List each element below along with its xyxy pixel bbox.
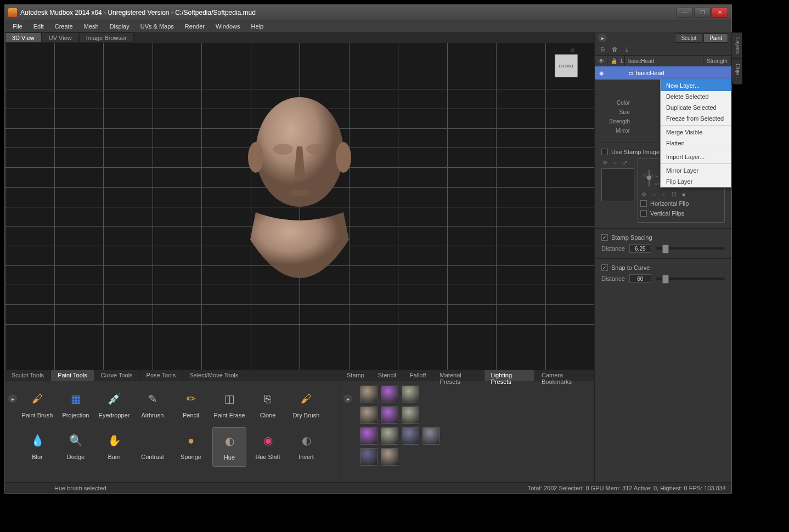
- minimize-button[interactable]: —: [677, 8, 693, 18]
- lock-col-icon[interactable]: 🔒: [607, 56, 617, 66]
- view-tab-image-browser[interactable]: Image Browser: [79, 32, 134, 43]
- menu-display[interactable]: Display: [104, 21, 135, 31]
- menu-file[interactable]: File: [7, 21, 28, 31]
- tool-hue-shift[interactable]: ◉Hue Shift: [251, 427, 285, 467]
- side-tab-layers[interactable]: Layers: [731, 32, 742, 59]
- mode-sculpt-button[interactable]: Sculpt: [675, 33, 702, 43]
- tool-sponge[interactable]: ●Sponge: [174, 427, 208, 467]
- lighting-preset-thumb[interactable]: [402, 427, 419, 445]
- tool-projection[interactable]: ▦Projection: [59, 386, 93, 425]
- preset-tab-stencil[interactable]: Stencil: [371, 370, 403, 381]
- tool-paint-brush[interactable]: 🖌Paint Brush: [20, 386, 54, 425]
- lighting-preset-thumb[interactable]: [402, 386, 419, 403]
- preset-tab-falloff[interactable]: Falloff: [403, 370, 433, 381]
- tool-airbrush[interactable]: ✎Airbrush: [136, 386, 170, 425]
- tool-tab-sculpt-tools[interactable]: Sculpt Tools: [5, 370, 51, 381]
- viewcube-home-icon[interactable]: ⌂: [571, 46, 574, 53]
- stamp-spacing-checkbox[interactable]: ✓: [601, 234, 608, 241]
- tool-eyedropper[interactable]: 💉Eyedropper: [97, 386, 131, 425]
- preset-tab-lighting-presets[interactable]: Lighting Presets: [484, 370, 535, 381]
- viewport-3d[interactable]: ⌂ FRONT: [5, 43, 594, 370]
- mode-paint-button[interactable]: Paint: [703, 33, 728, 43]
- model-basichead[interactable]: [223, 86, 376, 305]
- tool-burn[interactable]: ✋Burn: [97, 427, 131, 467]
- menu-mesh[interactable]: Mesh: [78, 21, 104, 31]
- delete-layer-icon[interactable]: 🗑: [610, 45, 619, 54]
- spacing-distance-input[interactable]: [629, 244, 651, 253]
- lighting-preset-thumb[interactable]: [381, 427, 398, 445]
- layer-name-col[interactable]: basicHead: [625, 56, 703, 66]
- expand-presets-icon[interactable]: ▸: [343, 394, 352, 403]
- spacing-slider[interactable]: [656, 247, 725, 250]
- tool-tab-pose-tools[interactable]: Pose Tools: [140, 370, 183, 381]
- op-export-icon[interactable]: ☐: [670, 190, 678, 198]
- tool-pencil[interactable]: ✏Pencil: [174, 386, 208, 425]
- op-updown-icon[interactable]: ↕: [660, 190, 668, 198]
- tool-blur[interactable]: 💧Blur: [20, 427, 54, 467]
- layer-strength-col[interactable]: Strength: [703, 56, 731, 66]
- vflip-checkbox[interactable]: [640, 210, 647, 217]
- ctx-duplicate-selected[interactable]: Duplicate Selected: [661, 102, 731, 113]
- tool-dry-brush[interactable]: 🖌Dry Brush: [289, 386, 323, 425]
- tool-dodge[interactable]: 🔍Dodge: [59, 427, 93, 467]
- lighting-preset-thumb[interactable]: [381, 386, 398, 403]
- titlebar[interactable]: Autodesk Mudbox 2014 x64 - Unregistered …: [5, 5, 731, 20]
- layer-col-l[interactable]: L: [617, 56, 625, 66]
- stamp-preview[interactable]: [601, 168, 634, 201]
- stamp-rotate-icon[interactable]: ⟳: [601, 159, 609, 166]
- snap-curve-checkbox[interactable]: ✓: [601, 264, 608, 271]
- lighting-preset-thumb[interactable]: [402, 406, 419, 424]
- preset-tab-material-presets[interactable]: Material Presets: [433, 370, 484, 381]
- tool-tab-curve-tools[interactable]: Curve Tools: [94, 370, 140, 381]
- new-layer-icon[interactable]: ⎘: [598, 45, 607, 54]
- tool-tab-paint-tools[interactable]: Paint Tools: [51, 370, 94, 381]
- lighting-preset-thumb[interactable]: [360, 427, 377, 445]
- ctx-delete-selected[interactable]: Delete Selected: [661, 91, 731, 102]
- tool-tab-select-move-tools[interactable]: Select/Move Tools: [183, 370, 245, 381]
- menu-edit[interactable]: Edit: [28, 21, 49, 31]
- maximize-button[interactable]: ☐: [694, 8, 711, 18]
- tool-paint-erase[interactable]: ◫Paint Erase: [212, 386, 246, 425]
- viewcube[interactable]: FRONT: [555, 54, 578, 77]
- tool-hue[interactable]: ◐Hue: [212, 427, 246, 467]
- lighting-preset-thumb[interactable]: [360, 406, 377, 424]
- visibility-col-icon[interactable]: 👁: [595, 56, 607, 66]
- tool-clone[interactable]: ⎘Clone: [251, 386, 285, 425]
- stamp-move-icon[interactable]: ↔: [611, 159, 619, 166]
- export-layer-icon[interactable]: ⤓: [622, 45, 631, 54]
- ctx-flip-layer[interactable]: Flip Layer: [661, 176, 731, 187]
- menu-uvs-maps[interactable]: UVs & Maps: [135, 21, 179, 31]
- menu-create[interactable]: Create: [49, 21, 78, 31]
- hflip-checkbox[interactable]: [640, 200, 647, 207]
- lighting-preset-thumb[interactable]: [381, 406, 398, 424]
- ctx-new-layer-[interactable]: New Layer...: [661, 80, 731, 91]
- view-tab--d-view[interactable]: 3D View: [5, 32, 42, 43]
- ctx-freeze-from-selected[interactable]: Freeze from Selected: [661, 113, 731, 124]
- op-stop-icon[interactable]: ■: [680, 190, 687, 198]
- close-button[interactable]: ✕: [712, 8, 728, 18]
- side-tab-objects[interactable]: Obje...: [731, 59, 742, 84]
- op-move-icon[interactable]: ↔: [650, 190, 658, 198]
- use-stamp-checkbox[interactable]: [601, 149, 608, 155]
- tool-contrast[interactable]: ☀Contrast: [136, 427, 170, 467]
- menu-render[interactable]: Render: [179, 21, 210, 31]
- ctx-import-layer-[interactable]: Import Layer...: [661, 151, 731, 162]
- menu-windows[interactable]: Windows: [210, 21, 246, 31]
- tool-invert[interactable]: ◐Invert: [289, 427, 323, 467]
- view-tab-uv-view[interactable]: UV View: [42, 32, 79, 43]
- lighting-preset-thumb[interactable]: [381, 448, 398, 466]
- chevron-down-icon[interactable]: ◆: [599, 70, 604, 77]
- stamp-scale-icon[interactable]: ⤢: [621, 159, 629, 166]
- lighting-preset-thumb[interactable]: [360, 448, 377, 466]
- snap-slider[interactable]: [656, 278, 725, 280]
- ctx-merge-visible[interactable]: Merge Visible: [661, 127, 731, 138]
- lighting-preset-thumb[interactable]: [422, 427, 440, 445]
- snap-distance-input[interactable]: [629, 274, 651, 283]
- ctx-mirror-layer[interactable]: Mirror Layer: [661, 165, 731, 176]
- ctx-flatten[interactable]: Flatten: [661, 138, 731, 149]
- preset-tab-camera-bookmarks[interactable]: Camera Bookmarks: [535, 370, 594, 381]
- expand-tools-icon[interactable]: ▸: [8, 394, 17, 403]
- lighting-preset-thumb[interactable]: [360, 386, 377, 403]
- menu-help[interactable]: Help: [246, 21, 269, 31]
- layer-row-basichead[interactable]: ◆ ◘ basicHead: [595, 66, 731, 80]
